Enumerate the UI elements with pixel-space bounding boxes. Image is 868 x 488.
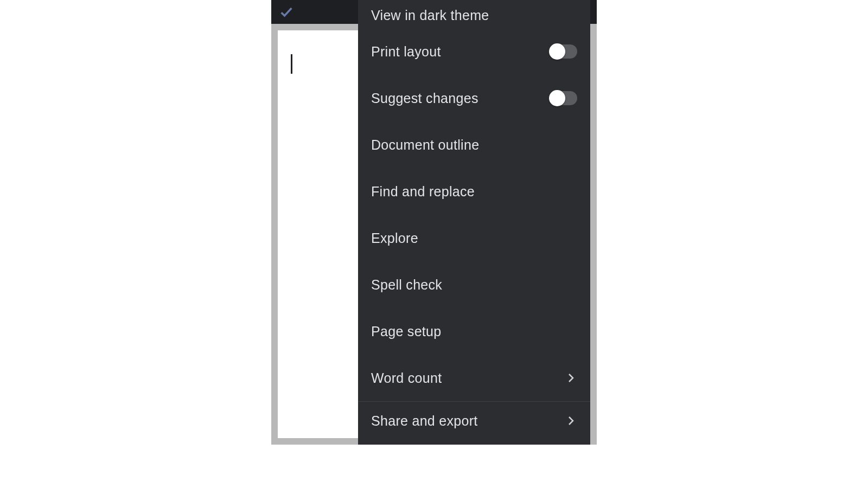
- menu-item-label: Find and replace: [371, 184, 475, 200]
- overflow-menu: View in dark theme Print layout Suggest …: [358, 0, 590, 445]
- app-viewport: View in dark theme Print layout Suggest …: [271, 0, 597, 445]
- print-layout-toggle[interactable]: [550, 44, 577, 59]
- menu-item-label: Page setup: [371, 324, 442, 339]
- menu-item-page-setup[interactable]: Page setup: [358, 308, 590, 355]
- menu-item-document-outline[interactable]: Document outline: [358, 121, 590, 168]
- menu-item-label: Spell check: [371, 277, 442, 293]
- menu-item-word-count[interactable]: Word count: [358, 355, 590, 401]
- menu-item-label: View in dark theme: [371, 8, 489, 23]
- menu-item-explore[interactable]: Explore: [358, 215, 590, 261]
- check-icon[interactable]: [278, 3, 295, 21]
- menu-item-spell-check[interactable]: Spell check: [358, 261, 590, 308]
- chevron-right-icon: [564, 414, 577, 427]
- suggest-changes-toggle[interactable]: [550, 91, 577, 105]
- menu-item-label: Suggest changes: [371, 91, 478, 106]
- menu-item-suggest-changes[interactable]: Suggest changes: [358, 75, 590, 121]
- menu-item-share-export[interactable]: Share and export: [358, 402, 590, 440]
- chevron-right-icon: [564, 371, 577, 384]
- toggle-knob: [549, 43, 565, 60]
- menu-item-print-layout[interactable]: Print layout: [358, 28, 590, 75]
- menu-item-label: Print layout: [371, 44, 441, 60]
- toggle-knob: [549, 90, 565, 106]
- text-cursor: [291, 54, 292, 74]
- menu-item-label: Document outline: [371, 137, 479, 153]
- document-page[interactable]: [278, 30, 359, 438]
- menu-item-find-replace[interactable]: Find and replace: [358, 168, 590, 215]
- menu-item-label: Share and export: [371, 413, 478, 429]
- menu-item-view-dark-theme[interactable]: View in dark theme: [358, 0, 590, 28]
- menu-item-label: Word count: [371, 370, 442, 386]
- menu-item-label: Explore: [371, 230, 418, 246]
